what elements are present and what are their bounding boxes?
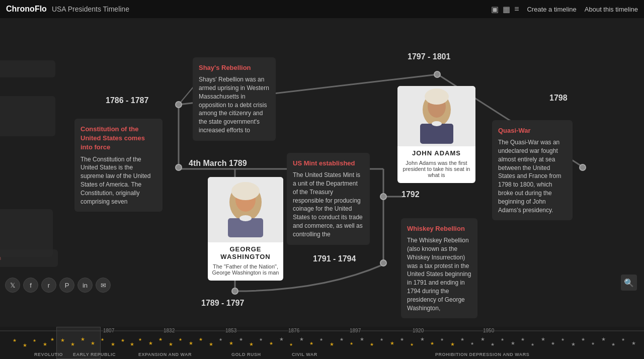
constitution-card[interactable]: Constitution of the United States comes … (74, 119, 163, 212)
svg-text:★: ★ (480, 336, 485, 342)
date-1789march: 4th March 1789 (189, 159, 247, 168)
whiskey-rebellion-card[interactable]: Whiskey Rebellion The Whiskey Rebellion … (401, 218, 477, 318)
main-canvas: 1786 - 1787 4th March 1789 1789 - 1797 1… (0, 18, 644, 327)
svg-text:★: ★ (370, 342, 374, 347)
svg-text:★: ★ (531, 342, 534, 347)
svg-text:★: ★ (631, 340, 636, 346)
svg-text:★: ★ (591, 341, 595, 346)
shays-rebellion-card[interactable]: Shay's Rebellion Shays' Rebellion was an… (193, 57, 276, 141)
minimap[interactable]: 1807 1832 1853 1876 1897 1920 1950 REVOL… (0, 327, 644, 359)
quasi-war-card[interactable]: Quasi-War The Quasi-War was an undeclare… (492, 120, 573, 220)
svg-text:★: ★ (209, 341, 213, 347)
date-1792: 1792 (401, 190, 420, 199)
bottom-bar: 1807 1832 1853 1876 1897 1920 1950 REVOL… (0, 327, 644, 359)
about-timeline-link[interactable]: About this timeline (585, 6, 638, 13)
john-adams-desc: John Adams was the first president to ta… (397, 158, 475, 183)
constitution-title: Constitution of the United States comes … (80, 125, 156, 152)
svg-text:★: ★ (561, 337, 565, 342)
george-washington-card[interactable]: GEORGE WASHINGTON The "Father of the Nat… (208, 177, 283, 281)
svg-text:★: ★ (33, 338, 36, 343)
email-button[interactable]: ✉ (96, 278, 111, 293)
george-washington-desc: The "Father of the Nation", George Washi… (208, 261, 283, 281)
usmint-card[interactable]: US Mint established The United States Mi… (287, 153, 370, 245)
svg-text:★: ★ (350, 341, 353, 346)
svg-text:★: ★ (601, 336, 606, 342)
svg-text:★: ★ (390, 340, 394, 346)
svg-text:★: ★ (501, 337, 504, 342)
svg-text:★: ★ (289, 342, 293, 347)
facebook-button[interactable]: f (23, 278, 38, 293)
svg-text:★: ★ (50, 337, 54, 342)
create-timeline-link[interactable]: Create a timeline (527, 6, 576, 13)
date-1798: 1798 (549, 94, 568, 103)
svg-text:★: ★ (511, 340, 515, 346)
svg-text:★: ★ (299, 336, 304, 342)
whiskey-rebellion-title: Whiskey Rebellion (407, 224, 471, 233)
header: ChronoFlo USA Presidents Timeline ▣ ▦ ≡ … (0, 0, 644, 18)
date-1786: 1786 - 1787 (106, 96, 148, 105)
svg-text:★: ★ (541, 336, 545, 342)
svg-text:★: ★ (380, 337, 383, 342)
svg-text:★: ★ (60, 337, 65, 343)
node-1791 (380, 259, 387, 266)
svg-point-11 (239, 215, 252, 221)
svg-text:★: ★ (420, 336, 425, 342)
svg-text:★: ★ (460, 337, 464, 342)
svg-text:★: ★ (400, 337, 404, 342)
svg-text:★: ★ (491, 342, 495, 347)
svg-text:★: ★ (269, 341, 273, 346)
usmint-body: The United States Mint is a unit of the … (293, 171, 364, 238)
whiskey-rebellion-body: The Whiskey Rebellion (also known as the… (407, 236, 471, 312)
svg-text:★: ★ (130, 341, 134, 347)
svg-text:★: ★ (611, 342, 615, 347)
svg-text:★: ★ (410, 342, 414, 347)
svg-text:★: ★ (23, 342, 27, 348)
search-button[interactable]: 🔍 (621, 275, 637, 291)
svg-text:★: ★ (169, 341, 173, 347)
quasi-war-body: The Quasi-War was an undeclared war foug… (498, 138, 567, 214)
svg-text:★: ★ (138, 337, 142, 342)
svg-text:★: ★ (239, 337, 243, 342)
date-1791-94: 1791 - 1794 (313, 254, 356, 263)
logo: ChronoFlo (6, 5, 47, 14)
svg-rect-15 (420, 124, 453, 144)
node-bottom (231, 288, 238, 295)
date-1789-97: 1789 - 1797 (201, 299, 244, 308)
linkedin-button[interactable]: in (77, 278, 93, 293)
reddit-button[interactable]: r (41, 278, 56, 293)
john-adams-card[interactable]: JOHN ADAMS John Adams was the first pres… (397, 86, 475, 183)
george-washington-image (208, 177, 283, 242)
svg-point-12 (231, 182, 260, 200)
svg-text:★: ★ (581, 337, 585, 342)
svg-text:★: ★ (521, 337, 525, 342)
john-adams-name: JOHN ADAMS (397, 146, 475, 158)
svg-text:★: ★ (440, 337, 444, 342)
svg-text:★: ★ (189, 340, 193, 346)
view-icon-3[interactable]: ≡ (514, 5, 519, 14)
pinterest-button[interactable]: P (59, 278, 74, 293)
svg-text:★: ★ (43, 341, 47, 347)
node-1789 (175, 164, 182, 171)
social-bar: 𝕏 f r P in ✉ (5, 278, 111, 293)
svg-text:★: ★ (219, 337, 222, 342)
partial-card-mid: sdsysw (0, 96, 55, 136)
quasi-war-title: Quasi-War (498, 126, 567, 135)
svg-text:★: ★ (470, 341, 474, 346)
header-right: ▣ ▦ ≡ Create a timeline About this timel… (491, 5, 638, 14)
svg-text:★: ★ (571, 341, 576, 347)
svg-text:★: ★ (340, 337, 344, 342)
twitter-button[interactable]: 𝕏 (5, 278, 20, 293)
john-adams-image (397, 86, 475, 146)
shays-rebellion-title: Shay's Rebellion (199, 63, 270, 72)
app-title: USA Presidents Timeline (52, 5, 129, 13)
svg-text:★: ★ (279, 336, 284, 342)
node-1786 (175, 101, 182, 108)
svg-point-17 (425, 88, 449, 105)
svg-text:★: ★ (319, 337, 323, 342)
partial-card-top: s (0, 60, 55, 77)
view-icon-1[interactable]: ▣ (491, 5, 499, 14)
view-icon-2[interactable]: ▦ (503, 5, 510, 14)
svg-text:★: ★ (330, 341, 334, 347)
svg-text:★: ★ (360, 336, 364, 342)
view-icons: ▣ ▦ ≡ (491, 5, 519, 14)
